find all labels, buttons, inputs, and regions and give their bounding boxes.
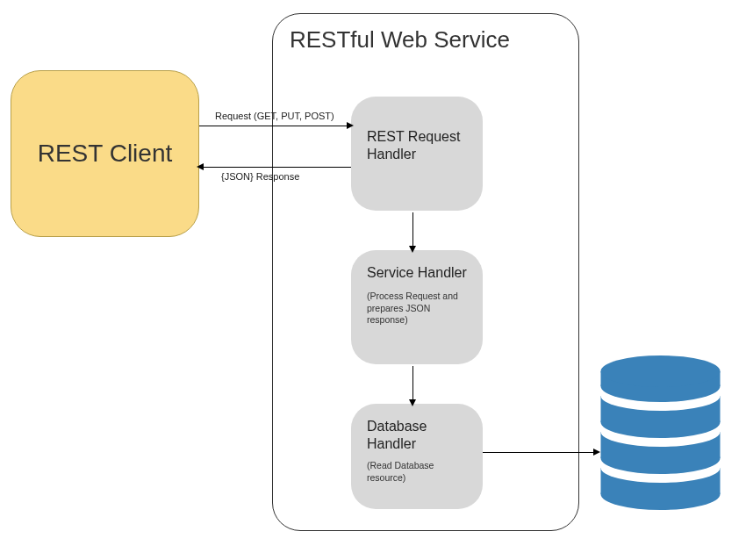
arrow-to-service-head-icon <box>409 246 416 253</box>
database-handler-box: Database Handler (Read Database resource… <box>351 404 483 509</box>
database-icon <box>597 355 724 513</box>
database-handler-title: Database Handler <box>367 418 467 453</box>
arrow-to-service <box>412 212 413 248</box>
service-handler-subtitle: (Process Request and prepares JSON respo… <box>367 291 467 327</box>
service-handler-title: Service Handler <box>367 264 467 282</box>
database-handler-subtitle: (Read Database resource) <box>367 460 467 484</box>
arrow-to-db <box>483 452 595 453</box>
rest-request-handler-title: REST Request Handler <box>367 128 467 163</box>
arrow-to-database-head-icon <box>409 399 416 406</box>
arrow-request-head-icon <box>347 122 354 129</box>
rest-client-box: REST Client <box>11 70 199 237</box>
arrow-request <box>199 126 348 126</box>
arrow-request-label: Request (GET, PUT, POST) <box>215 111 334 121</box>
service-handler-box: Service Handler (Process Request and pre… <box>351 250 483 364</box>
service-title: RESTful Web Service <box>290 26 510 54</box>
arrow-response-label: {JSON} Response <box>221 171 299 182</box>
svg-point-11 <box>601 355 721 387</box>
arrow-response-head-icon <box>197 163 204 170</box>
arrow-to-database <box>412 366 413 401</box>
arrow-response <box>204 167 351 168</box>
rest-request-handler-box: REST Request Handler <box>351 97 483 211</box>
rest-client-label: REST Client <box>38 140 173 168</box>
